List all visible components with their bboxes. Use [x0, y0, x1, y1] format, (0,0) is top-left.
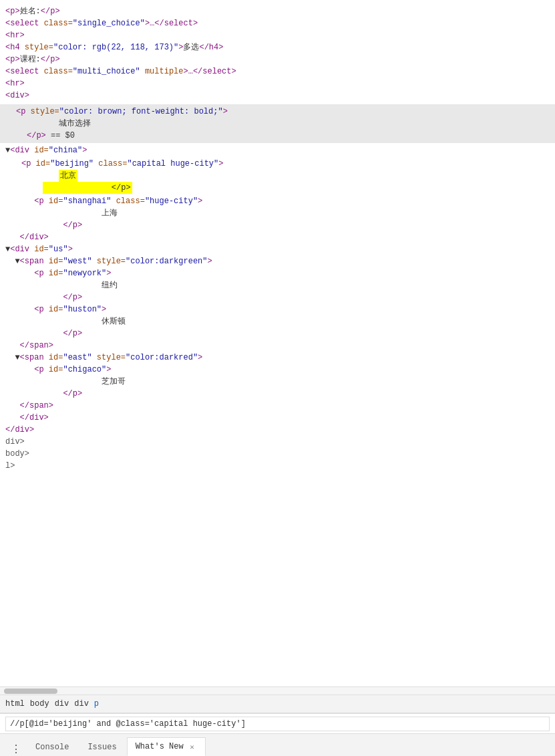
- line-huston-text: 休斯顿: [5, 317, 126, 326]
- line-p-name: <p>姓名:</p>: [5, 7, 60, 16]
- line-shanghai-text: 上海: [5, 209, 118, 218]
- line-h4: <h4 style="color: rgb(22, 118, 173)">多选<…: [5, 43, 223, 52]
- breadcrumb-div2[interactable]: div: [74, 699, 89, 709]
- line-shanghai: <p id="shanghai" class="huge-city">: [5, 197, 202, 206]
- tab-whats-new-label: What's New: [136, 742, 184, 751]
- line-p-course: <p>课程:</p>: [5, 55, 60, 64]
- line-huston-close: </p>: [5, 329, 82, 338]
- line-hr-2: <hr>: [5, 79, 25, 88]
- tab-bar: ⋮ Console Issues What's New ✕: [0, 733, 555, 756]
- tab-whats-new[interactable]: What's New ✕: [127, 737, 206, 756]
- breadcrumb-div1[interactable]: div: [55, 699, 69, 709]
- line-hr-1: <hr>: [5, 31, 25, 40]
- breadcrumb-bar: html body div div p: [0, 695, 555, 713]
- line-east-close: </span>: [5, 401, 53, 410]
- tab-console[interactable]: Console: [27, 737, 77, 756]
- beijing-block: <p id="beijing" class="capital huge-city…: [0, 158, 555, 194]
- line-p-huston: <p id="huston">: [5, 305, 106, 314]
- horizontal-scrollbar[interactable]: [0, 686, 555, 695]
- breadcrumb-html[interactable]: html: [5, 699, 25, 709]
- line-outer-div-close: </div>: [5, 425, 34, 434]
- tab-issues-label: Issues: [87, 743, 116, 752]
- line-newyork-close: </p>: [5, 293, 82, 302]
- line-west-close: </span>: [5, 341, 53, 350]
- line-p-newyork: <p id="newyork">: [5, 269, 111, 278]
- xpath-bar: [0, 713, 555, 733]
- line-newyork-text: 纽约: [5, 281, 118, 290]
- line-div-china: ▼<div id="china">: [5, 146, 87, 155]
- breadcrumb-body[interactable]: body: [30, 699, 49, 709]
- dots-menu[interactable]: ⋮: [5, 743, 27, 756]
- xpath-input[interactable]: [5, 717, 550, 731]
- tab-issues[interactable]: Issues: [79, 737, 125, 756]
- line-div-us: ▼<div id="us">: [5, 245, 73, 254]
- line-div-tail: div>: [5, 437, 25, 447]
- highlighted-block: <p style="color: brown; font-weight: bol…: [0, 104, 555, 143]
- devtools-panel: <p>姓名:</p> <select class="single_choice"…: [0, 0, 555, 756]
- code-area[interactable]: <p>姓名:</p> <select class="single_choice"…: [0, 0, 555, 686]
- line-us-close: </div>: [5, 413, 49, 422]
- line-html-tail: l>: [5, 461, 15, 471]
- line-body-tail: body>: [5, 449, 29, 459]
- line-span-east: ▼<span id="east" style="color:darkred">: [5, 353, 202, 362]
- line-china-close: </div>: [5, 233, 49, 242]
- line-select-multi: <select class="multi_choice" multiple>…<…: [5, 67, 236, 76]
- line-shanghai-close: </p>: [5, 221, 82, 230]
- scrollbar-thumb[interactable]: [4, 688, 57, 694]
- tab-whats-new-close[interactable]: ✕: [188, 742, 197, 751]
- line-chigaco-close: </p>: [5, 389, 82, 398]
- line-p-chigaco: <p id="chigaco">: [5, 365, 111, 374]
- line-div-open: <div>: [5, 91, 29, 100]
- breadcrumb-p[interactable]: p: [94, 699, 99, 709]
- tab-console-label: Console: [35, 743, 69, 752]
- line-span-west: ▼<span id="west" style="color:darkgreen"…: [5, 257, 212, 266]
- line-select-single: <select class="single_choice">…</select>: [5, 19, 198, 28]
- line-chigaco-text: 芝加哥: [5, 377, 126, 386]
